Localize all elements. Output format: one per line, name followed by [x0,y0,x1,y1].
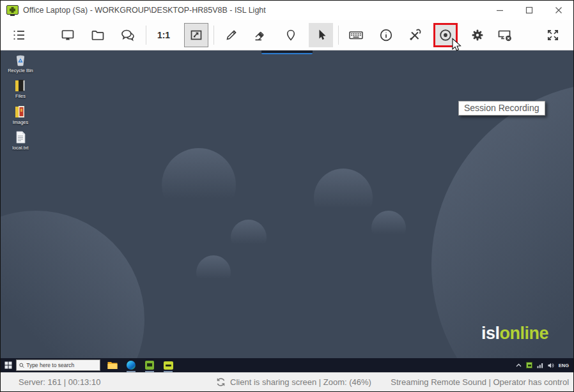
isl-app-icon [6,5,19,16]
wallpaper-sphere [371,211,406,245]
wallpaper-sphere [314,169,373,227]
desktop-icon-label: local.txt [12,146,28,151]
one-to-one-button[interactable]: 1:1 [151,23,176,47]
network-icon[interactable] [537,363,543,368]
fullscreen-icon [545,27,561,43]
file-transfer-icon [90,27,105,43]
file-explorer-icon [107,361,118,370]
keyboard-button[interactable] [344,23,368,47]
info-icon [378,27,394,43]
desktop-icon-label: Recycle Bin [8,68,33,73]
speaker-icon[interactable] [548,363,554,368]
draw-pencil-icon [224,27,239,43]
isl-light-icon [145,361,154,370]
wallpaper-sphere [162,148,236,222]
fit-to-screen-button[interactable] [184,23,208,47]
desktop-icon-local-txt[interactable]: local.txt [3,130,38,151]
toolbar: 1:1 [1,20,573,50]
info-button[interactable] [374,23,398,47]
remote-session-tab[interactable] [261,50,313,54]
wallpaper-sphere [1,211,144,372]
cursor-mode-button[interactable] [309,23,333,47]
search-input[interactable] [26,362,97,368]
end-session-icon [497,27,513,43]
edge-browser-icon [127,361,136,370]
monitor-button[interactable] [56,23,80,47]
end-session-button[interactable] [493,23,517,47]
images-folder-icon [13,104,28,119]
isl-alwayson-taskbar-button[interactable] [163,359,173,371]
minimize-button[interactable] [485,1,515,20]
session-recording-tooltip: Session Recording [458,101,545,116]
edge-browser-button[interactable] [126,359,136,371]
admin-tools-icon [407,27,423,43]
islonline-logo-online: online [500,324,549,343]
remote-desktop-view[interactable]: Recycle Bin Files [1,50,573,372]
isl-light-taskbar-button[interactable] [144,359,155,371]
toolbar-separator [146,26,146,45]
toolbar-separator [213,26,214,45]
status-server-session: Server: 161 | 00:13:10 [1,377,216,387]
mouse-cursor [451,38,462,53]
window-controls [485,1,573,20]
chat-button[interactable] [116,23,141,47]
refresh-icon [216,377,226,387]
tray-chevron-up-icon[interactable] [516,363,522,367]
desktop-icon-images[interactable]: Images [3,104,38,125]
start-button[interactable] [1,358,16,372]
desktop-icon-label: Images [13,120,29,125]
settings-gear-icon [470,27,485,43]
maximize-button[interactable] [515,1,544,20]
file-explorer-button[interactable] [107,359,118,371]
system-tray: ENG [516,362,573,368]
wallpaper-sphere [231,220,267,255]
session-list-button[interactable] [7,23,31,47]
windows-logo-icon [4,361,12,369]
fullscreen-button[interactable] [541,23,565,47]
desktop-icon-files[interactable]: Files [3,78,38,99]
desktop-icon-label: Files [15,94,26,99]
eraser-icon [252,27,267,43]
tray-language-indicator[interactable]: ENG [559,363,569,368]
cursor-arrow-icon [313,27,329,43]
status-sharing-text: Client is sharing screen | Zoom: (46%) [230,377,371,387]
fit-to-screen-icon [189,27,204,43]
monitor-icon [60,27,75,43]
status-sharing: Client is sharing screen | Zoom: (46%) [216,377,371,387]
status-bar: Server: 161 | 00:13:10 Client is sharing… [1,372,573,391]
toolbar-separator [338,26,339,45]
wallpaper-sphere [196,255,231,290]
close-button[interactable] [544,1,573,20]
desktop-icon-recycle-bin[interactable]: Recycle Bin [3,52,38,73]
admin-tools-button[interactable] [403,23,427,47]
isl-alwayson-icon [164,361,173,370]
keyboard-icon [348,27,364,43]
settings-button[interactable] [465,23,490,47]
desktop-icons: Recycle Bin Files [3,52,38,151]
files-folder-icon [13,78,28,93]
search-icon [19,363,24,368]
close-icon [555,6,562,14]
islonline-logo-isl: isl [481,324,500,343]
window-title: Office Laptop (Sa) - WORKGROUP\DESKTOP-H… [23,6,266,15]
draw-pencil-button[interactable] [219,23,244,47]
chat-icon [120,27,137,43]
laser-pin-icon [283,27,299,43]
session-list-icon [12,27,27,43]
text-file-icon [13,130,28,145]
islonline-logo: islonline [481,324,548,343]
minimize-icon [496,6,504,14]
eraser-button[interactable] [247,23,272,47]
one-to-one-label: 1:1 [157,30,170,40]
recycle-bin-icon [13,52,28,68]
laser-pin-button[interactable] [279,23,303,47]
status-sound-control: Streaming Remote Sound | Operator has co… [371,377,573,387]
taskbar-pinned-icons [107,359,173,371]
isl-light-window: Office Laptop (Sa) - WORKGROUP\DESKTOP-H… [0,0,574,392]
taskbar-search[interactable] [16,359,100,371]
remote-taskbar: ENG [1,358,573,372]
file-transfer-button[interactable] [86,23,110,47]
isl-tray-icon[interactable] [526,362,532,368]
maximize-icon [525,6,533,14]
title-bar: Office Laptop (Sa) - WORKGROUP\DESKTOP-H… [1,1,573,20]
